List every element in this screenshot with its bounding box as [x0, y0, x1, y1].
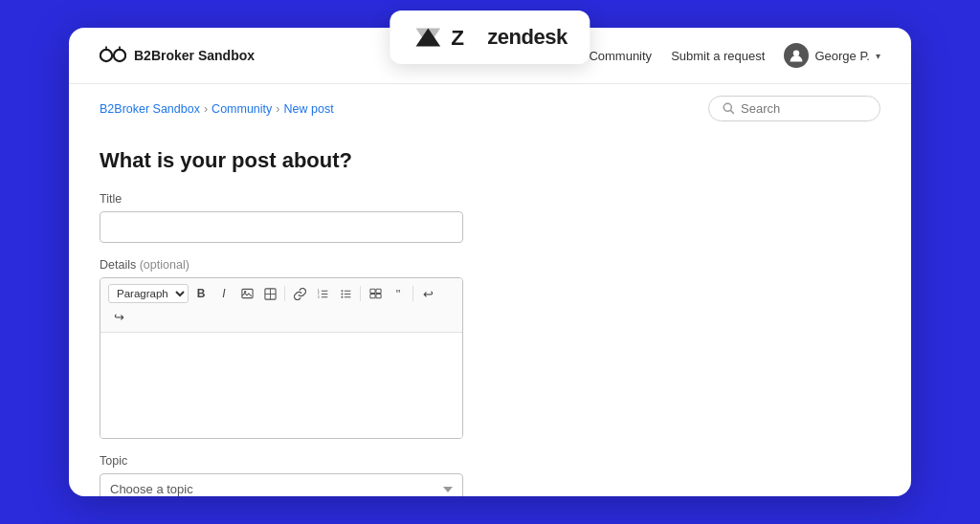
user-menu[interactable]: George P. ▾: [784, 43, 880, 68]
breadcrumb: B2Broker Sandbox › Community › New post: [100, 102, 334, 116]
paragraph-select[interactable]: Paragraph: [108, 284, 189, 303]
table-icon: [264, 288, 277, 300]
browser-card: B2Broker Sandbox Cor Community Submit a …: [69, 28, 911, 496]
topic-select[interactable]: Choose a topic: [100, 473, 463, 496]
editor-body[interactable]: [100, 333, 462, 438]
user-menu-chevron-icon: ▾: [876, 51, 880, 61]
zendesk-logo-popup: Z zendesk: [390, 11, 590, 64]
unordered-list-button[interactable]: [335, 283, 356, 304]
redo-button[interactable]: ↪: [108, 306, 129, 327]
brand-name: B2Broker Sandbox: [134, 48, 255, 63]
svg-text:3: 3: [317, 295, 319, 298]
zendesk-logo-text: zendesk: [487, 25, 567, 50]
breadcrumb-item-home[interactable]: B2Broker Sandbox: [100, 102, 200, 116]
ordered-list-button[interactable]: 1 2 3: [312, 283, 333, 304]
title-label: Title: [100, 192, 880, 206]
svg-rect-28: [375, 294, 380, 297]
svg-rect-26: [375, 289, 380, 293]
toolbar-divider-2: [360, 286, 361, 301]
nav-community[interactable]: Community: [589, 49, 652, 63]
user-avatar: [784, 43, 809, 68]
breadcrumb-item-current: New post: [284, 102, 334, 116]
title-field-group: Title: [100, 192, 880, 243]
avatar-icon: [789, 48, 804, 63]
search-icon: [723, 102, 735, 115]
italic-button[interactable]: I: [213, 283, 234, 304]
toolbar-divider-3: [412, 286, 413, 301]
link-icon: [294, 288, 306, 300]
breadcrumb-sep-1: ›: [204, 102, 208, 116]
breadcrumb-sep-2: ›: [276, 102, 279, 116]
svg-point-23: [341, 293, 343, 295]
title-input[interactable]: [100, 211, 463, 243]
gallery-icon: [369, 288, 382, 299]
svg-line-7: [731, 111, 734, 114]
image-button[interactable]: [236, 283, 257, 304]
gallery-button[interactable]: [365, 283, 386, 304]
main-content: What is your post about? Title Details (…: [69, 133, 911, 496]
editor-toolbar: Paragraph B I: [100, 278, 462, 333]
topic-label: Topic: [100, 454, 880, 468]
link-button[interactable]: [289, 283, 310, 304]
bold-button[interactable]: B: [190, 283, 212, 304]
blockquote-button[interactable]: ": [388, 283, 409, 304]
editor-container: Paragraph B I: [100, 277, 463, 439]
breadcrumb-row: B2Broker Sandbox › Community › New post: [69, 84, 911, 133]
zendesk-logo-icon: [412, 22, 443, 53]
undo-button[interactable]: ↩: [417, 283, 438, 304]
svg-text:Z: Z: [451, 26, 464, 50]
svg-point-1: [100, 50, 112, 61]
unordered-list-icon: [340, 288, 352, 300]
svg-point-5: [793, 50, 799, 55]
search-input[interactable]: [741, 101, 866, 116]
brand-icon: [100, 46, 126, 65]
toolbar-divider-1: [284, 286, 285, 301]
table-button[interactable]: [259, 283, 280, 304]
nav-submit-request[interactable]: Submit a request: [671, 49, 765, 63]
svg-point-9: [244, 291, 246, 293]
header-brand: B2Broker Sandbox: [100, 46, 255, 65]
svg-point-24: [341, 295, 343, 297]
svg-rect-27: [369, 294, 374, 297]
details-field-group: Details (optional) Paragraph B I: [100, 258, 880, 439]
user-name: George P.: [814, 49, 870, 63]
svg-rect-25: [369, 289, 374, 293]
image-icon: [241, 288, 254, 299]
page-title: What is your post about?: [100, 148, 880, 173]
svg-point-22: [341, 290, 343, 292]
ordered-list-icon: 1 2 3: [317, 288, 329, 300]
search-box[interactable]: [708, 96, 880, 121]
details-label: Details (optional): [100, 258, 880, 272]
topic-field-group: Topic Choose a topic: [100, 454, 880, 496]
breadcrumb-item-community[interactable]: Community: [212, 102, 272, 116]
zendesk-z-icon: Z: [451, 24, 479, 51]
svg-point-2: [114, 50, 125, 61]
outer-background: Z zendesk B2Broker Sandbox Cor: [0, 0, 980, 524]
header-nav: Cor Community Submit a request George P.…: [549, 43, 880, 68]
